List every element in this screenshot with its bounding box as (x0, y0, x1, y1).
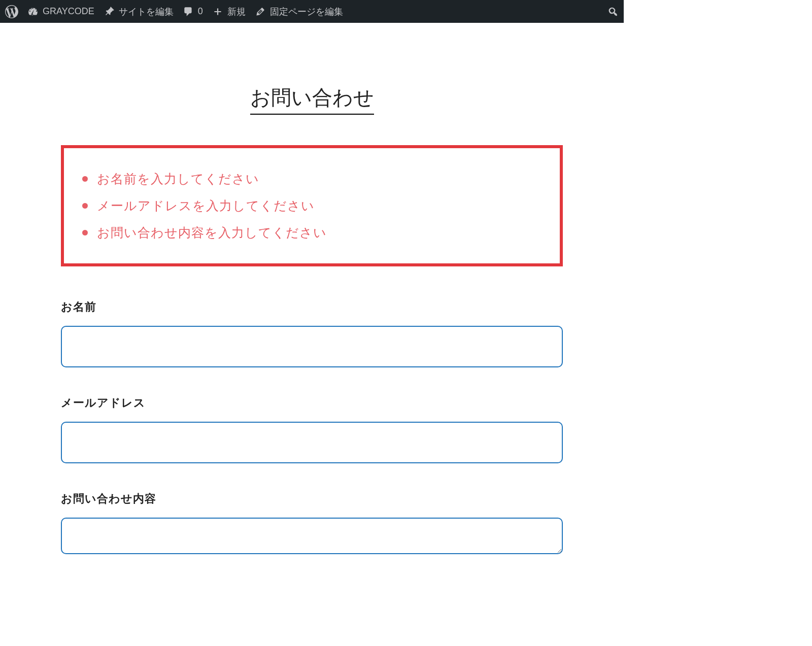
edit-site-link[interactable]: サイトを編集 (104, 6, 174, 18)
error-list: お名前を入力してください メールアドレスを入力してください お問い合わせ内容を入… (78, 165, 546, 246)
message-label: お問い合わせ内容 (61, 491, 563, 506)
wordpress-logo-link[interactable] (5, 5, 18, 18)
name-input[interactable] (61, 326, 563, 367)
site-name-link[interactable]: GRAYCODE (27, 6, 94, 17)
message-input[interactable] (61, 518, 563, 554)
plus-icon (212, 6, 223, 17)
error-text: お名前を入力してください (97, 171, 259, 187)
search-link[interactable] (607, 6, 619, 17)
main-content: お問い合わせ お名前を入力してください メールアドレスを入力してください お問い… (0, 23, 624, 556)
new-item-text: 新規 (227, 6, 246, 18)
search-icon (607, 6, 619, 17)
new-item-link[interactable]: 新規 (212, 6, 246, 18)
bullet-icon (82, 203, 88, 209)
email-label: メールアドレス (61, 395, 563, 411)
name-label: お名前 (61, 299, 563, 315)
comments-link[interactable]: 0 (183, 6, 203, 17)
comments-count-text: 0 (198, 6, 203, 17)
dashboard-icon (27, 6, 39, 17)
pencil-icon (255, 6, 266, 17)
error-item: メールアドレスを入力してください (78, 192, 546, 219)
admin-bar: GRAYCODE サイトを編集 0 新規 固定ページを編集 (0, 0, 624, 23)
edit-page-link[interactable]: 固定ページを編集 (255, 6, 343, 18)
page-title: お問い合わせ (250, 84, 374, 115)
site-name-text: GRAYCODE (43, 6, 94, 17)
bullet-icon (82, 230, 88, 235)
error-box: お名前を入力してください メールアドレスを入力してください お問い合わせ内容を入… (61, 145, 563, 266)
wordpress-icon (5, 5, 18, 18)
form-field-email: メールアドレス (61, 395, 563, 463)
error-text: お問い合わせ内容を入力してください (97, 224, 327, 241)
bullet-icon (82, 176, 88, 182)
comment-icon (183, 6, 194, 17)
admin-bar-right (607, 6, 619, 17)
error-item: お問い合わせ内容を入力してください (78, 219, 546, 246)
contact-form: お名前 メールアドレス お問い合わせ内容 (61, 299, 563, 556)
edit-page-text: 固定ページを編集 (270, 6, 343, 18)
error-item: お名前を入力してください (78, 165, 546, 192)
form-field-name: お名前 (61, 299, 563, 367)
pin-icon (104, 6, 115, 17)
email-input[interactable] (61, 422, 563, 463)
admin-bar-left: GRAYCODE サイトを編集 0 新規 固定ページを編集 (5, 5, 607, 18)
form-field-message: お問い合わせ内容 (61, 491, 563, 556)
error-text: メールアドレスを入力してください (97, 197, 315, 214)
edit-site-text: サイトを編集 (119, 6, 174, 18)
